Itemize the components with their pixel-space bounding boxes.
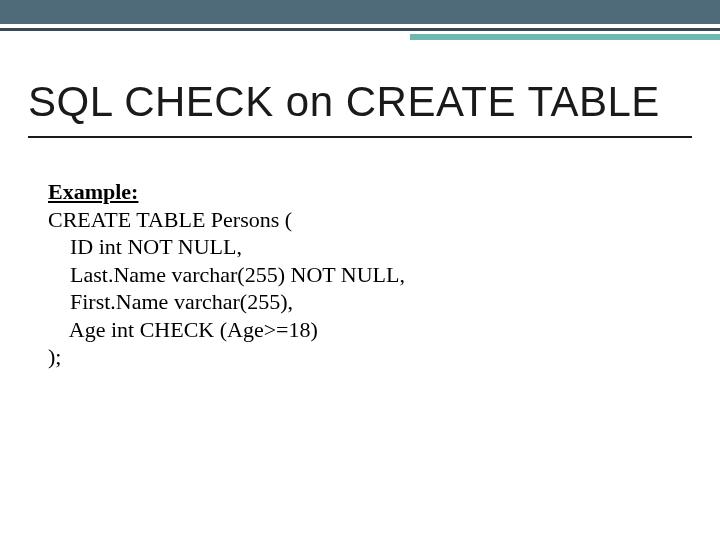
- accent-line-dark: [0, 28, 720, 31]
- example-label: Example:: [48, 178, 672, 206]
- slide-body: Example: CREATE TABLE Persons ( ID int N…: [48, 178, 672, 371]
- heading-divider: [28, 136, 692, 138]
- code-line-6: );: [48, 343, 672, 371]
- code-line-5: Age int CHECK (Age>=18): [48, 316, 672, 344]
- code-line-2: ID int NOT NULL,: [48, 233, 672, 261]
- top-band: [0, 0, 720, 24]
- code-line-3: Last.Name varchar(255) NOT NULL,: [48, 261, 672, 289]
- accent-line-teal: [410, 34, 720, 40]
- slide: SQL CHECK on CREATE TABLE Example: CREAT…: [0, 0, 720, 540]
- code-line-1: CREATE TABLE Persons (: [48, 206, 672, 234]
- slide-heading: SQL CHECK on CREATE TABLE: [28, 78, 660, 126]
- code-line-4: First.Name varchar(255),: [48, 288, 672, 316]
